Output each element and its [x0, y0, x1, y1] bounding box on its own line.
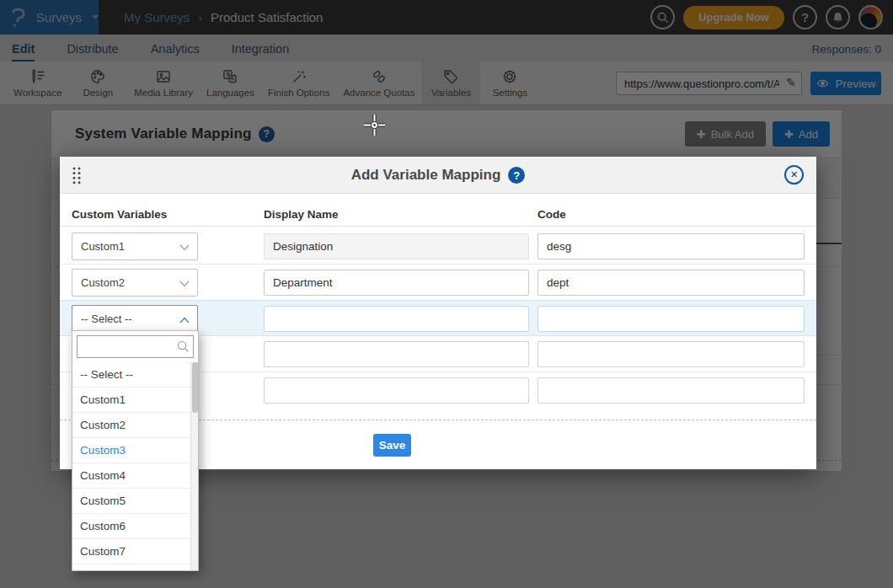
- dropdown-search-group: [77, 335, 194, 358]
- display-name-input-row1[interactable]: [264, 233, 529, 259]
- code-input-row5[interactable]: [537, 377, 805, 404]
- magnifier-icon: [176, 339, 190, 353]
- variable-select-value: Custom1: [81, 240, 125, 253]
- variable-select-row3-open[interactable]: -- Select --: [72, 305, 198, 333]
- close-icon[interactable]: ✕: [784, 165, 804, 184]
- code-input-row2[interactable]: [537, 270, 805, 296]
- column-header-display-name: Display Name: [264, 208, 339, 221]
- dropdown-scrollbar[interactable]: [190, 362, 198, 570]
- display-name-input-row4[interactable]: [264, 341, 529, 367]
- variable-select-value: -- Select --: [81, 313, 132, 325]
- display-name-input-row5[interactable]: [264, 377, 529, 404]
- dropdown-option-custom2[interactable]: Custom2: [72, 413, 191, 438]
- column-header-custom-variables: Custom Variables: [72, 208, 167, 221]
- display-name-input-row3[interactable]: [264, 306, 529, 332]
- code-input-row1[interactable]: [537, 233, 805, 259]
- app-root: Surveys My Surveys › Product Satisfactio…: [0, 0, 893, 588]
- modal-header: Add Variable Mapping ? ✕: [60, 157, 816, 194]
- mapping-row-1: Custom1: [60, 228, 816, 265]
- dropdown-option-custom6[interactable]: Custom6: [72, 514, 191, 539]
- dropdown-option-partial[interactable]: [72, 564, 191, 570]
- dropdown-option-custom4[interactable]: Custom4: [72, 463, 191, 489]
- code-input-row3[interactable]: [537, 306, 805, 332]
- dropdown-option-custom1[interactable]: Custom1: [72, 388, 191, 413]
- code-input-row4[interactable]: [537, 341, 805, 367]
- modal-help-icon[interactable]: ?: [508, 167, 525, 184]
- chevron-down-icon: [179, 244, 190, 251]
- header-divider: [60, 226, 816, 227]
- modal-title: Add Variable Mapping: [351, 167, 501, 184]
- display-name-input-row2[interactable]: [264, 270, 529, 296]
- save-button[interactable]: Save: [373, 434, 411, 457]
- dropdown-option-custom7[interactable]: Custom7: [72, 539, 191, 564]
- dropdown-options-list: -- Select -- Custom1 Custom2 Custom3 Cus…: [72, 362, 191, 570]
- dropdown-option-custom3-highlighted[interactable]: Custom3: [72, 438, 191, 463]
- column-header-code: Code: [537, 208, 566, 221]
- chevron-down-icon: [179, 281, 190, 287]
- dropdown-option-custom5[interactable]: Custom5: [72, 489, 191, 514]
- variable-dropdown-panel: -- Select -- Custom1 Custom2 Custom3 Cus…: [72, 330, 199, 571]
- chevron-up-icon: [179, 317, 190, 323]
- dropdown-option-select[interactable]: -- Select --: [72, 362, 191, 388]
- scrollbar-thumb[interactable]: [192, 362, 198, 413]
- mapping-row-2: Custom2: [60, 265, 816, 301]
- variable-select-row1[interactable]: Custom1: [72, 233, 198, 260]
- variable-select-value: Custom2: [81, 276, 125, 289]
- variable-select-row2[interactable]: Custom2: [72, 269, 198, 297]
